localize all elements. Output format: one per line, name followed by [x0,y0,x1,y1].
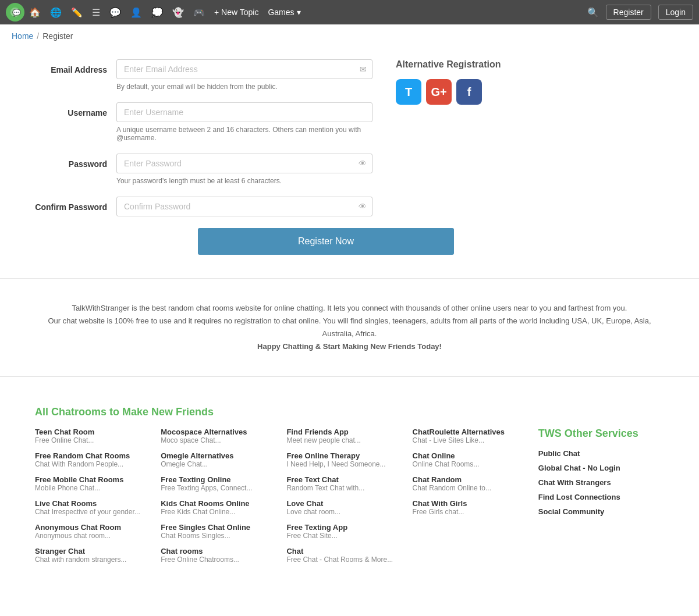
list-item: Stranger ChatChat with random strangers.… [35,547,149,564]
confirm-password-input[interactable] [116,197,372,216]
globe-icon[interactable]: 🌐 [50,7,62,18]
link-item-title[interactable]: ChatRoulette Alternatives [413,428,527,436]
register-form: Email Address ✉ By default, your email w… [35,59,372,255]
links-section-title: All Chatrooms to Make New Friends [35,406,664,418]
email-icon: ✉ [360,65,367,74]
breadcrumb-home[interactable]: Home [12,31,33,41]
link-item-sub: Omegle Chat... [161,460,275,468]
list-item: Free Online TherapyI Need Help, I Need S… [286,451,400,468]
username-input-container [116,102,372,122]
link-item-title[interactable]: Chat [286,547,400,556]
chat-icon[interactable]: 💭 [151,7,163,18]
link-item-title[interactable]: Chat Online [413,451,527,460]
tws-link-item[interactable]: Public Chat [538,449,652,458]
password-label: Password [35,154,116,169]
site-logo[interactable]: 💬 [6,3,24,22]
wechat-icon[interactable]: 💬 [109,7,121,18]
navbar: 💬 🏠 🌐 ✏️ ☰ 💬 👤 💭 👻 🎮 + New Topic Games ▾… [0,0,699,24]
alt-registration-section: Alternative Registration T G+ f [396,59,524,255]
login-nav-button[interactable]: Login [658,5,693,20]
new-topic-button[interactable]: + New Topic [214,8,258,17]
list-item: Anonymous Chat RoomAnonymous chat room..… [35,523,149,540]
link-item-title[interactable]: Teen Chat Room [35,428,149,436]
footer-line1: TalkWithStranger is the best random chat… [35,302,664,315]
pencil-icon[interactable]: ✏️ [71,7,83,18]
facebook-login-button[interactable]: f [456,79,482,105]
confirm-password-label: Confirm Password [35,197,116,212]
link-item-title[interactable]: Stranger Chat [35,547,149,556]
link-item-title[interactable]: Chat rooms [161,547,275,556]
email-row: Email Address ✉ By default, your email w… [35,59,372,91]
link-item-sub: Free Girls chat... [413,508,527,516]
list-item: Free Random Chat RoomsChat With Random P… [35,451,149,468]
link-item-sub: Free Chat - Chat Rooms & More... [286,556,400,564]
link-item-title[interactable]: Free Mobile Chat Rooms [35,475,149,484]
link-item-sub: Free Texting Apps, Connect... [161,484,275,492]
username-hint: A unique username between 2 and 16 chara… [116,126,372,142]
tws-link-item[interactable]: Social Community [538,507,652,516]
navbar-icons: 🏠 🌐 ✏️ ☰ 💬 👤 💭 👻 🎮 + New Topic Games ▾ [29,7,587,18]
links-section: All Chatrooms to Make New Friends Teen C… [0,389,699,588]
pacman-icon[interactable]: 🎮 [193,7,205,18]
list-item: ChatFree Chat - Chat Rooms & More... [286,547,400,564]
home-icon[interactable]: 🏠 [29,7,41,18]
password-input[interactable] [116,154,372,173]
user-icon[interactable]: 👤 [130,7,142,18]
link-item-sub: Love chat room... [286,508,400,516]
link-item-title[interactable]: Love Chat [286,499,400,508]
google-login-button[interactable]: G+ [426,79,452,105]
username-input[interactable] [116,102,372,122]
list-item: Free Mobile Chat RoomsMobile Phone Chat.… [35,475,149,492]
username-input-wrap: A unique username between 2 and 16 chara… [116,102,372,142]
list-item: Kids Chat Rooms OnlineFree Kids Chat Onl… [161,499,275,516]
footer-divider [0,376,699,377]
twitter-login-button[interactable]: T [396,79,421,105]
link-item-title[interactable]: Find Friends App [286,428,400,436]
link-item-title[interactable]: Anonymous Chat Room [35,523,149,532]
list-item: Chat roomsFree Online Chatrooms... [161,547,275,564]
confirm-eye-icon[interactable]: 👁 [359,202,367,211]
list-item: Chat RandomChat Random Online to... [413,475,527,492]
links-col-1: Teen Chat RoomFree Online Chat...Free Ra… [35,428,161,571]
password-hint: Your password's length must be at least … [116,177,372,185]
links-grid: Teen Chat RoomFree Online Chat...Free Ra… [35,428,664,571]
link-item-title[interactable]: Kids Chat Rooms Online [161,499,275,508]
tws-link-item[interactable]: Find Lost Connections [538,493,652,501]
links-col-4: ChatRoulette AlternativesChat - Live Sit… [413,428,538,571]
link-item-sub: Moco space Chat... [161,436,275,444]
snapchat-icon[interactable]: 👻 [172,7,184,18]
list-item: Free Texting AppFree Chat Site... [286,523,400,540]
tws-link-item[interactable]: Global Chat - No Login [538,464,652,472]
list-item: Free Texting OnlineFree Texting Apps, Co… [161,475,275,492]
search-icon[interactable]: 🔍 [587,7,599,18]
link-item-title[interactable]: Chat With Girls [413,499,527,508]
games-button[interactable]: Games ▾ [268,8,300,17]
link-item-sub: Anonymous chat room... [35,532,149,540]
link-item-title[interactable]: Free Texting Online [161,475,275,484]
list-item: Teen Chat RoomFree Online Chat... [35,428,149,444]
main-content: Email Address ✉ By default, your email w… [0,48,640,266]
svg-text:💬: 💬 [12,8,21,17]
link-item-sub: Chat Random Online to... [413,484,527,492]
link-item-title[interactable]: Free Texting App [286,523,400,532]
password-input-container: 👁 [116,154,372,173]
link-item-title[interactable]: Free Random Chat Rooms [35,451,149,460]
password-row: Password 👁 Your password's length must b… [35,154,372,185]
email-label: Email Address [35,59,116,74]
alt-registration-title: Alternative Registration [396,59,524,70]
navbar-right: 🔍 Register Login [587,5,693,20]
tws-link-item[interactable]: Chat With Strangers [538,478,652,487]
link-item-title[interactable]: Chat Random [413,475,527,484]
list-icon[interactable]: ☰ [92,7,100,18]
link-item-title[interactable]: Free Singles Chat Online [161,523,275,532]
link-item-title[interactable]: Live Chat Rooms [35,499,149,508]
link-item-title[interactable]: Free Text Chat [286,475,400,484]
link-item-title[interactable]: Free Online Therapy [286,451,400,460]
link-item-title[interactable]: Omegle Alternatives [161,451,275,460]
link-item-title[interactable]: Mocospace Alternatives [161,428,275,436]
password-eye-icon[interactable]: 👁 [359,159,367,168]
email-input[interactable] [116,59,372,79]
list-item: ChatRoulette AlternativesChat - Live Sit… [413,428,527,444]
confirm-input-container: 👁 [116,197,372,216]
register-nav-button[interactable]: Register [606,5,651,20]
